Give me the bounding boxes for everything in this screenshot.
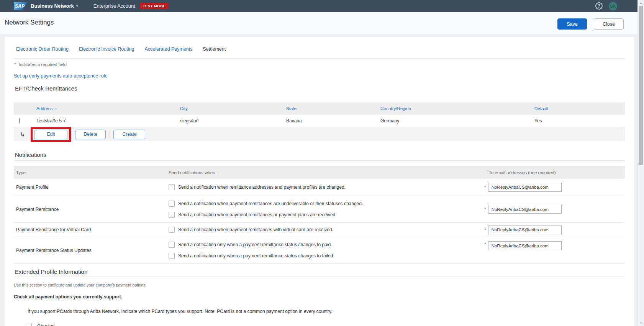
cell-address: Teststraße 5-7: [33, 118, 177, 123]
chevron-down-icon[interactable]: ▾: [76, 4, 78, 8]
notification-row-payment-profile: Payment Profile Send a notification when…: [14, 179, 625, 196]
required-asterisk: *: [484, 242, 486, 247]
close-button[interactable]: Close: [594, 18, 624, 30]
cell-city: siegsdorf: [177, 118, 283, 123]
notification-row-virtual-card: Payment Remittance for Virtual Card Send…: [14, 223, 625, 237]
table-row: Teststraße 5-7 siegsdorf Bavaria Germany…: [14, 115, 625, 127]
extended-profile-description: Use this section to configure and update…: [14, 283, 634, 287]
edit-button[interactable]: Edit: [34, 130, 67, 139]
table-action-bar: ↳ Edit Delete Create: [14, 127, 625, 141]
notifications-table: Type Send notifications when... To email…: [14, 166, 625, 264]
payment-profile-checkbox[interactable]: [169, 184, 175, 190]
remittances-table-header: Address↑ City State Country/Region Defau…: [14, 102, 625, 115]
status-failed-checkbox[interactable]: [169, 253, 175, 259]
required-asterisk: *: [484, 227, 486, 233]
ghosted-label: Ghosted: [37, 323, 54, 326]
extended-profile-divider: [14, 277, 625, 277]
notifications-divider: [14, 160, 625, 161]
account-type-label: Enterprise Account: [93, 3, 135, 9]
vertical-scrollbar[interactable]: ▲ ▼: [637, 0, 644, 326]
required-asterisk: *: [484, 185, 486, 190]
payment-profile-email-input[interactable]: [488, 183, 562, 192]
extended-profile-heading: Extended Profile Information: [15, 268, 634, 275]
cell-default: Yes: [531, 118, 625, 123]
cell-country: Germany: [377, 118, 531, 123]
tab-settlement[interactable]: Settlement: [203, 46, 226, 52]
early-payments-link[interactable]: Set up early payments auto-acceptance ru…: [14, 73, 108, 79]
payment-remittance-email-input[interactable]: [488, 205, 562, 214]
row-radio-button[interactable]: [19, 118, 20, 124]
payment-options-instruction: Check all payment options you currently …: [14, 294, 634, 300]
tab-electronic-order-routing[interactable]: Electronic Order Routing: [16, 46, 69, 52]
required-asterisk: *: [484, 207, 486, 212]
scrollbar-thumb[interactable]: [639, 6, 643, 165]
sort-ascending-icon: ↑: [55, 106, 57, 111]
column-header-state[interactable]: State: [283, 106, 377, 111]
required-field-note: *Indicates a required field: [14, 62, 634, 67]
tab-accelerated-payments[interactable]: Accelerated Payments: [144, 46, 192, 52]
column-header-city[interactable]: City: [177, 106, 283, 111]
save-button[interactable]: Save: [557, 18, 587, 30]
avatar[interactable]: SK: [609, 2, 617, 10]
column-header-when: Send notifications when...: [169, 170, 472, 175]
notification-row-payment-remittance: Payment Remittance Send a notification w…: [14, 196, 625, 223]
help-icon[interactable]: ?: [595, 2, 603, 10]
action-divider: [110, 130, 110, 138]
status-paid-checkbox[interactable]: [169, 242, 175, 248]
virtual-card-email-input[interactable]: [488, 226, 562, 234]
column-header-email: To email addresses (one required): [472, 170, 625, 175]
required-marker: *: [14, 62, 16, 67]
column-header-default[interactable]: Default: [531, 106, 625, 111]
page-header: Network Settings Save Close: [0, 12, 637, 34]
scrollbar-up-arrow[interactable]: ▲: [638, 0, 644, 6]
status-updates-email-input[interactable]: [488, 241, 562, 250]
remittance-undeliverable-checkbox[interactable]: [169, 201, 175, 207]
column-header-address[interactable]: Address↑: [33, 106, 177, 111]
virtual-card-checkbox[interactable]: [169, 227, 175, 233]
business-network-menu[interactable]: Business Network: [31, 3, 74, 9]
remittance-received-checkbox[interactable]: [169, 212, 175, 218]
remittances-table: Address↑ City State Country/Region Defau…: [14, 102, 625, 141]
ghosted-checkbox[interactable]: [26, 323, 32, 326]
test-mode-badge: TEST MODE: [140, 3, 169, 9]
ghosted-option: Ghosted: [26, 323, 634, 326]
settings-card: Electronic Order Routing Electronic Invo…: [5, 37, 634, 326]
column-header-country[interactable]: Country/Region: [377, 106, 531, 111]
column-header-type: Type: [14, 170, 169, 175]
tab-bar: Electronic Order Routing Electronic Invo…: [16, 44, 634, 54]
remittances-heading: EFT/Check Remittances: [15, 85, 634, 92]
top-bar: SAP Business Network ▾ Enterprise Accoun…: [0, 0, 644, 12]
return-arrow-icon: ↳: [20, 131, 25, 138]
notifications-heading: Notifications: [15, 151, 634, 158]
scrollbar-down-arrow[interactable]: ▼: [638, 320, 644, 326]
cell-state: Bavaria: [283, 118, 377, 123]
create-button[interactable]: Create: [113, 130, 145, 139]
sap-logo: SAP: [14, 2, 28, 10]
delete-button[interactable]: Delete: [75, 130, 106, 139]
tab-electronic-invoice-routing[interactable]: Electronic Invoice Routing: [79, 46, 134, 52]
tabs-divider: [14, 58, 625, 59]
notification-row-status-updates: Payment Remittance Status Updates Send a…: [14, 237, 625, 264]
page-title: Network Settings: [5, 19, 54, 26]
pcard-note: If you support PCards through Ariba Netw…: [28, 309, 634, 314]
notifications-table-header: Type Send notifications when... To email…: [14, 166, 625, 179]
